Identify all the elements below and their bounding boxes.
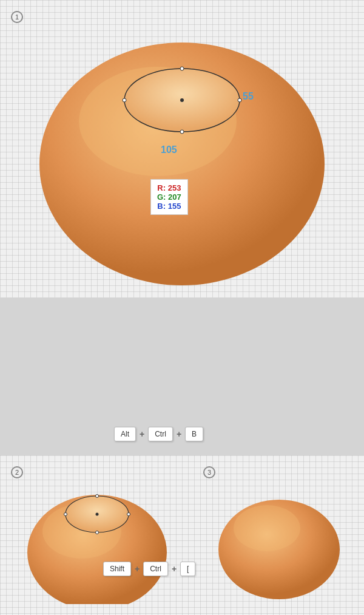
- dim-label-horizontal: 105: [161, 144, 177, 155]
- key-combo-alt-ctrl-b: Alt + Ctrl + B: [114, 427, 203, 441]
- rgb-value-box: R: 253 G: 207 B: 155: [150, 179, 188, 215]
- svg-point-27: [96, 531, 99, 534]
- canvas-section3: 2 3: [0, 455, 364, 615]
- plus-icon-3: +: [135, 564, 140, 574]
- key-shift: Shift: [103, 562, 131, 576]
- g-value: G: 207: [157, 192, 181, 202]
- dim-label-vertical: 55: [243, 91, 254, 102]
- plus-icon-4: +: [172, 564, 177, 574]
- key-alt: Alt: [114, 427, 136, 441]
- svg-point-7: [180, 98, 184, 102]
- r-value: R: 253: [157, 183, 181, 192]
- key-combo-shift-ctrl-bracket: Shift + Ctrl + [: [103, 562, 195, 576]
- svg-point-3: [180, 67, 184, 70]
- svg-point-25: [96, 495, 99, 498]
- svg-point-5: [180, 130, 184, 134]
- step-badge-3: 3: [203, 466, 215, 478]
- svg-point-28: [64, 513, 67, 516]
- svg-point-6: [123, 98, 126, 102]
- svg-point-4: [238, 98, 241, 102]
- key-bracket: [: [180, 562, 195, 576]
- key-b: B: [185, 427, 203, 441]
- svg-point-31: [234, 505, 300, 551]
- egg-section3-svg: [215, 464, 355, 604]
- key-ctrl-1: Ctrl: [148, 427, 173, 441]
- canvas-section1: 1 105 55: [0, 0, 364, 297]
- key-ctrl-2: Ctrl: [143, 562, 168, 576]
- svg-point-29: [96, 513, 99, 516]
- plus-icon-1: +: [140, 429, 144, 439]
- egg-canvas-svg: [0, 0, 364, 297]
- plus-icon-2: +: [177, 429, 181, 439]
- b-value: B: 155: [157, 202, 181, 211]
- svg-point-26: [127, 513, 130, 516]
- egg-section2-svg: [18, 464, 182, 604]
